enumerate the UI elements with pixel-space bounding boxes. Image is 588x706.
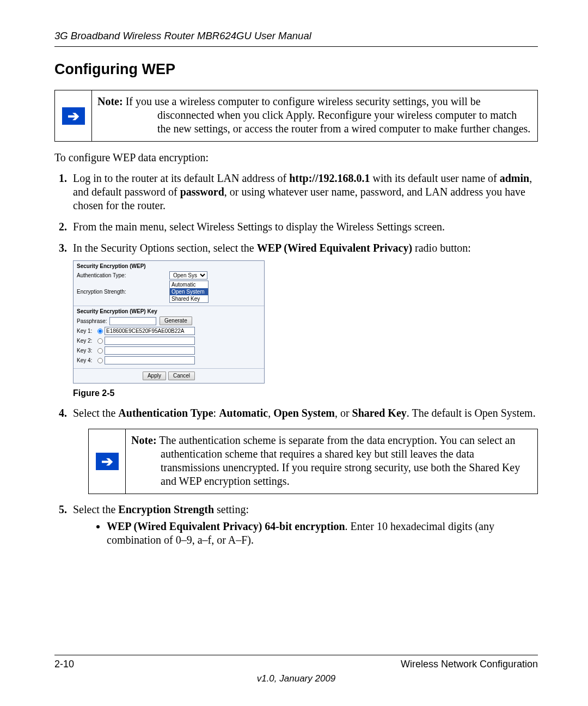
bullet-64bit: WEP (Wired Equivalent Privacy) 64-bit en… bbox=[107, 520, 538, 547]
step-5-bullets: WEP (Wired Equivalent Privacy) 64-bit en… bbox=[73, 520, 538, 547]
enc-strength-dropdown[interactable]: Automatic Open System Shared Key bbox=[169, 281, 209, 303]
wep-sec1-heading: Security Encryption (WEP) bbox=[77, 263, 261, 270]
wep-panel: Security Encryption (WEP) Authentication… bbox=[73, 260, 265, 384]
note-text: Note: The authentication scheme is separ… bbox=[126, 429, 537, 494]
dd-automatic[interactable]: Automatic bbox=[170, 281, 208, 288]
note-icon-cell: ➔ bbox=[89, 429, 126, 494]
page-footer: 2-10 Wireless Network Configuration v1.0… bbox=[54, 655, 538, 684]
passphrase-input[interactable] bbox=[109, 317, 156, 325]
enc-strength-label: Encryption Strength: bbox=[77, 288, 169, 295]
note-box-2: ➔ Note: The authentication scheme is sep… bbox=[88, 429, 538, 494]
auth-type-select[interactable]: Open System bbox=[169, 271, 207, 279]
generate-button[interactable]: Generate bbox=[160, 317, 192, 325]
step-5: Select the Encryption Strength setting: … bbox=[70, 503, 538, 547]
manual-page: 3G Broadband Wireless Router MBR624GU Us… bbox=[0, 0, 588, 706]
note-icon-cell: ➔ bbox=[55, 90, 92, 141]
step-3: In the Security Options section, select … bbox=[70, 241, 538, 399]
key4-input[interactable] bbox=[105, 356, 195, 364]
arrow-right-icon: ➔ bbox=[96, 453, 119, 470]
passphrase-label: Passphrase: bbox=[77, 318, 109, 325]
figure-screenshot: Security Encryption (WEP) Authentication… bbox=[73, 260, 538, 384]
figure-caption: Figure 2-5 bbox=[73, 388, 538, 399]
steps-list: Log in to the router at its default LAN … bbox=[54, 172, 538, 547]
wep-sec2-heading: Security Encryption (WEP) Key bbox=[77, 308, 261, 315]
intro-paragraph: To configure WEP data encryption: bbox=[54, 151, 538, 164]
note-text: Note: If you use a wireless computer to … bbox=[92, 90, 537, 141]
apply-button[interactable]: Apply bbox=[143, 372, 166, 380]
key3-radio[interactable] bbox=[97, 348, 103, 354]
key3-label: Key 3: bbox=[77, 347, 97, 354]
step-4: Select the Authentication Type: Automati… bbox=[70, 406, 538, 494]
auth-type-label: Authentication Type: bbox=[77, 272, 169, 279]
header-rule bbox=[54, 46, 538, 47]
dd-shared-key[interactable]: Shared Key bbox=[170, 295, 208, 302]
key4-label: Key 4: bbox=[77, 357, 97, 364]
section-title: Configuring WEP bbox=[54, 61, 538, 78]
key1-radio[interactable] bbox=[97, 328, 103, 334]
footer-version: v1.0, January 2009 bbox=[54, 673, 538, 684]
note-label: Note: bbox=[131, 434, 157, 446]
page-number: 2-10 bbox=[54, 659, 74, 670]
step-1: Log in to the router at its default LAN … bbox=[70, 172, 538, 212]
key4-radio[interactable] bbox=[97, 358, 103, 363]
note-body: The authentication scheme is separate fr… bbox=[157, 434, 520, 487]
step-2: From the main menu, select Wireless Sett… bbox=[70, 220, 538, 234]
note-box-1: ➔ Note: If you use a wireless computer t… bbox=[54, 90, 538, 142]
key3-input[interactable] bbox=[105, 346, 195, 355]
dd-open-system[interactable]: Open System bbox=[170, 288, 208, 295]
key2-input[interactable] bbox=[105, 337, 195, 345]
footer-section-name: Wireless Network Configuration bbox=[401, 659, 538, 670]
key2-label: Key 2: bbox=[77, 337, 97, 344]
note-body: If you use a wireless computer to config… bbox=[123, 95, 531, 135]
note-label: Note: bbox=[97, 95, 123, 107]
footer-rule bbox=[54, 655, 538, 655]
key1-input[interactable] bbox=[105, 327, 195, 335]
cancel-button[interactable]: Cancel bbox=[168, 372, 195, 380]
arrow-right-icon: ➔ bbox=[62, 107, 85, 125]
key1-label: Key 1: bbox=[77, 327, 97, 334]
key2-radio[interactable] bbox=[97, 338, 103, 344]
running-header: 3G Broadband Wireless Router MBR624GU Us… bbox=[54, 30, 538, 42]
